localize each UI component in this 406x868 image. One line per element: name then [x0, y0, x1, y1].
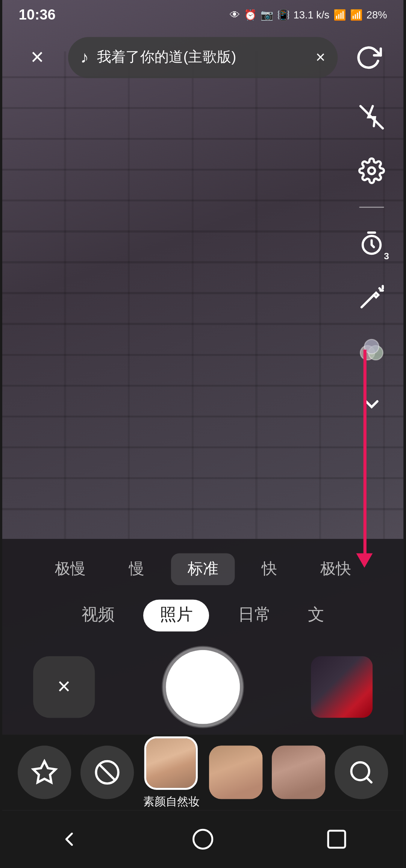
vibrate-icon: 📳 — [277, 9, 289, 20]
beauty-wand-icon — [358, 284, 385, 310]
search-svg — [348, 759, 375, 786]
close-button[interactable]: × — [19, 39, 56, 76]
music-note-icon: ♪ — [80, 48, 89, 67]
speed-very-slow[interactable]: 极慢 — [38, 553, 102, 585]
bottom-panel: 极慢 慢 标准 快 极快 视频 照片 日常 文 × — [2, 539, 403, 734]
face2-image — [209, 746, 263, 799]
icon-divider — [359, 207, 384, 208]
svg-point-16 — [194, 830, 212, 848]
filter-face3[interactable] — [272, 746, 326, 799]
mode-text[interactable]: 文 — [300, 600, 333, 630]
svg-point-1 — [368, 167, 375, 174]
back-button[interactable] — [48, 819, 89, 860]
gallery-thumbnail[interactable] — [311, 656, 373, 718]
music-title: 我着了你的道(主歌版) — [97, 48, 308, 67]
alarm-icon: ⏰ — [244, 9, 256, 20]
svg-marker-11 — [33, 761, 55, 782]
speed-standard[interactable]: 标准 — [171, 553, 235, 585]
mode-photo[interactable]: 照片 — [143, 600, 209, 632]
filter-face2[interactable] — [209, 746, 263, 799]
recent-apps-button[interactable] — [316, 819, 357, 860]
ban-icon — [80, 746, 134, 799]
settings-icon — [358, 157, 385, 184]
speed-slow[interactable]: 慢 — [112, 553, 161, 585]
nav-bar — [2, 811, 403, 868]
cancel-shutter-button[interactable]: × — [33, 656, 95, 718]
data-speed: 13.1 k/s — [294, 9, 330, 20]
face1-thumbnail — [145, 736, 198, 789]
ban-svg — [94, 759, 120, 786]
flash-off-icon — [358, 104, 385, 130]
eye-icon: 👁 — [230, 9, 240, 20]
status-icons: 👁 ⏰ 📷 📳 13.1 k/s 📶 📶 28% — [230, 9, 387, 20]
pink-arrow-line — [363, 350, 366, 555]
timer-button[interactable]: 3 — [352, 224, 391, 263]
shutter-button[interactable] — [166, 650, 240, 724]
music-close-button[interactable]: × — [316, 48, 326, 67]
recent-icon — [326, 828, 348, 850]
status-bar: 10:36 👁 ⏰ 📷 📳 13.1 k/s 📶 📶 28% — [2, 0, 403, 29]
beauty-wand-button[interactable] — [352, 278, 391, 317]
face3-thumbnail — [272, 746, 326, 799]
pink-arrow-indicator — [356, 350, 373, 568]
face3-image — [272, 746, 326, 799]
svg-line-13 — [99, 764, 115, 780]
home-icon — [192, 828, 214, 850]
face2-thumbnail — [209, 746, 263, 799]
filter-search[interactable] — [335, 746, 388, 799]
mode-daily[interactable]: 日常 — [230, 600, 279, 630]
back-icon — [58, 828, 80, 850]
filter-bar: 素颜自然妆 — [2, 734, 403, 811]
camera-scene — [2, 51, 403, 539]
mode-video[interactable]: 视频 — [73, 600, 123, 630]
svg-rect-17 — [328, 831, 345, 848]
svg-line-4 — [362, 295, 374, 307]
speed-selector: 极慢 慢 标准 快 极快 — [2, 553, 403, 585]
filter-favorite[interactable] — [17, 746, 71, 799]
status-time: 10:36 — [19, 6, 56, 23]
star-svg — [31, 759, 58, 786]
cellular-icon: 📶 — [350, 9, 362, 20]
flash-off-button[interactable] — [352, 98, 391, 137]
face1-label: 素颜自然妆 — [143, 794, 200, 809]
mode-selector: 视频 照片 日常 文 — [2, 600, 403, 632]
speed-fast[interactable]: 快 — [245, 553, 294, 585]
svg-line-5 — [380, 288, 381, 289]
search-more-icon — [335, 746, 388, 799]
settings-button[interactable] — [352, 151, 391, 190]
filter-none[interactable] — [80, 746, 134, 799]
refresh-button[interactable] — [350, 39, 387, 76]
filter-face1[interactable]: 素颜自然妆 — [143, 736, 200, 809]
timer-icon — [358, 230, 385, 257]
shutter-row: × — [2, 646, 403, 724]
home-button[interactable] — [182, 819, 223, 860]
battery: 28% — [367, 9, 387, 20]
top-bar: × ♪ 我着了你的道(主歌版) × — [2, 31, 403, 84]
face1-image — [147, 738, 196, 787]
pink-arrow-head — [356, 553, 373, 567]
camera-status-icon: 📷 — [261, 9, 273, 20]
refresh-icon — [355, 44, 382, 71]
wifi-icon: 📶 — [334, 9, 346, 20]
timer-badge: 3 — [384, 251, 389, 261]
star-icon — [17, 746, 71, 799]
music-bar[interactable]: ♪ 我着了你的道(主歌版) × — [68, 37, 338, 78]
svg-line-15 — [367, 777, 372, 782]
